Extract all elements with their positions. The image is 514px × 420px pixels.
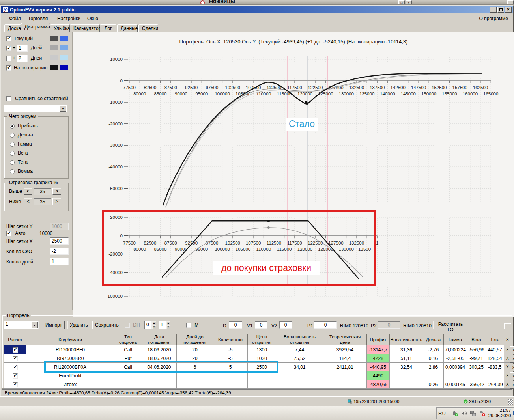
v2-field[interactable]: 0 <box>279 321 292 329</box>
series-checkbox-0[interactable]: ✓ <box>6 36 11 41</box>
network-icon[interactable] <box>469 410 477 417</box>
import-button[interactable]: Импорт <box>43 321 65 329</box>
speaker-icon[interactable] <box>460 410 467 417</box>
col-header-14[interactable]: Тета <box>486 334 504 345</box>
col-header-12[interactable]: Гамма <box>444 334 467 345</box>
render-1-increase-button[interactable]: > <box>52 198 61 205</box>
series-checkbox-1[interactable]: ✓ <box>6 46 11 51</box>
table-row[interactable]: ✓FixedProfit4490X <box>4 371 511 380</box>
resize-grip[interactable] <box>508 399 513 405</box>
edge-x-button[interactable]: X <box>510 381 514 389</box>
chevron-down-icon[interactable]: ▼ <box>60 105 66 112</box>
draw-option-Тета[interactable]: Тета <box>10 159 28 165</box>
draw-option-Вомма[interactable]: Вомма <box>10 168 33 174</box>
row-calc-checkbox[interactable]: ✓ <box>13 373 18 379</box>
spin-2-down-icon[interactable]: ▼ <box>166 325 170 329</box>
days-shift-field-2[interactable]: 2 <box>17 55 28 62</box>
spin-1-field[interactable]: 0 <box>144 321 152 329</box>
tab-Лог[interactable]: Лог <box>100 24 116 32</box>
render-1-value[interactable]: 35 <box>34 198 51 205</box>
spin-2-field[interactable]: 1 <box>159 321 166 329</box>
col-header-11[interactable]: Дельта <box>423 334 444 345</box>
grid-x-field[interactable]: 2500 <box>50 237 69 245</box>
titlebar[interactable]: OptionFVV версия 2.1 public ✕ <box>1 6 513 13</box>
small-minimize-button[interactable]: _ <box>504 323 511 329</box>
row-calc-checkbox[interactable]: ✓ <box>13 347 18 353</box>
series-checkbox-2[interactable] <box>6 56 11 61</box>
row-calc-checkbox[interactable]: ✓ <box>13 365 18 370</box>
row-calc-checkbox[interactable]: ✓ <box>13 382 18 387</box>
clock[interactable]: 21:57 29.05.2020 <box>488 408 511 419</box>
spin-1-up-icon[interactable]: ▲ <box>152 321 156 325</box>
col-header-15[interactable]: X <box>504 334 511 345</box>
table-row[interactable]: ✓RI120000BF0Call18.06.202020-513007,4439… <box>4 345 511 354</box>
col-header-6[interactable]: Цена открытия <box>248 334 276 345</box>
m-checkbox[interactable] <box>186 323 191 328</box>
tab-Доска[interactable]: Доска <box>4 24 21 32</box>
render-1-decrease-button[interactable]: < <box>24 198 32 205</box>
menu-item-2[interactable]: Настройки <box>55 15 83 22</box>
compare-strategy-checkbox[interactable] <box>6 96 11 101</box>
edge-x-button[interactable]: X <box>510 346 514 354</box>
col-header-5[interactable]: Количество <box>213 334 248 345</box>
draw-option-Прибыль[interactable]: Прибыль <box>10 123 38 129</box>
chevron-down-icon[interactable]: ▼ <box>31 322 38 328</box>
maximize-button[interactable] <box>497 7 504 13</box>
edge-x-button[interactable]: X <box>510 364 514 371</box>
tab-Диаграмма[interactable]: Диаграмма <box>21 23 50 32</box>
col-header-0[interactable]: Расчет <box>4 334 26 345</box>
col-header-10[interactable]: Волатильность <box>390 334 423 345</box>
p2-field[interactable]: 0 <box>378 321 400 329</box>
tab-Данные[interactable]: Данные <box>117 24 138 32</box>
spin-1-down-icon[interactable]: ▼ <box>152 325 156 329</box>
col-header-13[interactable]: Вега <box>467 334 486 345</box>
menu-item-0[interactable]: Файл <box>7 15 23 22</box>
render-0-decrease-button[interactable]: < <box>24 188 32 195</box>
tab-Улыбка[interactable]: Улыбка <box>50 24 70 32</box>
col-header-7[interactable]: Волатильность открытия <box>276 334 323 345</box>
flag-icon[interactable] <box>478 410 486 417</box>
col-header-8[interactable]: Теоретическая цена <box>323 334 367 345</box>
spin-2-up-icon[interactable]: ▲ <box>166 321 170 325</box>
render-0-increase-button[interactable]: > <box>52 188 61 195</box>
edge-x-button[interactable]: X <box>510 355 514 363</box>
strategy-dropdown[interactable]: ▼ <box>4 105 67 112</box>
d-field[interactable]: 0 <box>229 321 242 329</box>
days-shift-field-1[interactable]: 1 <box>17 45 28 52</box>
bg-partial-button[interactable] <box>507 0 514 5</box>
portfolio-preset-dropdown[interactable]: 1 ▼ <box>4 321 39 329</box>
auto-checkbox[interactable]: ✓ <box>6 231 11 236</box>
p1-field[interactable]: 0 <box>314 321 337 329</box>
menu-about[interactable]: О программе <box>479 16 508 21</box>
save-button[interactable]: Сохранить <box>92 321 120 329</box>
delete-button[interactable]: Удалить <box>67 321 90 329</box>
col-header-1[interactable]: Код бумаги <box>26 334 114 345</box>
usb-icon[interactable] <box>451 410 458 417</box>
col-header-2[interactable]: Тип опциона <box>114 334 142 345</box>
draw-option-Дельта[interactable]: Дельта <box>10 132 33 138</box>
table-row[interactable]: ✓RI97500BR0Put18.06.202020-5103075,52184… <box>4 354 511 363</box>
col-header-3[interactable]: Дата погашения <box>142 334 177 345</box>
row-calc-checkbox[interactable]: ✓ <box>13 356 18 361</box>
minimize-button[interactable] <box>490 7 497 13</box>
col-header-9[interactable]: Профит <box>367 334 390 345</box>
calc-go-button[interactable]: Рассчитать ГО <box>433 321 468 329</box>
menu-item-3[interactable]: Окно <box>85 15 101 22</box>
dh-checkbox[interactable] <box>125 323 130 328</box>
sko-field[interactable]: -2 <box>50 248 69 255</box>
render-0-value[interactable]: 35 <box>34 188 51 195</box>
grid-y-field[interactable]: 1000 <box>50 223 69 230</box>
edge-x-button[interactable]: X <box>510 372 514 380</box>
table-row[interactable]: ✓RI120000BF0ACall04.06.202065250034,0124… <box>4 363 511 371</box>
language-indicator[interactable]: RU <box>438 411 446 416</box>
tab-Сделки[interactable]: Сделки <box>138 24 158 32</box>
tab-Калькулятор[interactable]: Калькулятор <box>70 24 100 32</box>
v1-field[interactable]: 0 <box>255 321 267 329</box>
col-header-4[interactable]: Дней до погашения <box>177 334 213 345</box>
draw-option-Вега[interactable]: Вега <box>10 150 28 156</box>
table-row[interactable]: ✓Итого:-4870,650,260,000145-356,42-264,3… <box>4 380 511 389</box>
days-count-field[interactable]: 1 <box>50 258 69 265</box>
close-button[interactable]: ✕ <box>505 7 512 13</box>
bg-close-button[interactable]: x <box>406 0 412 5</box>
menu-item-1[interactable]: Торговля <box>26 15 50 22</box>
